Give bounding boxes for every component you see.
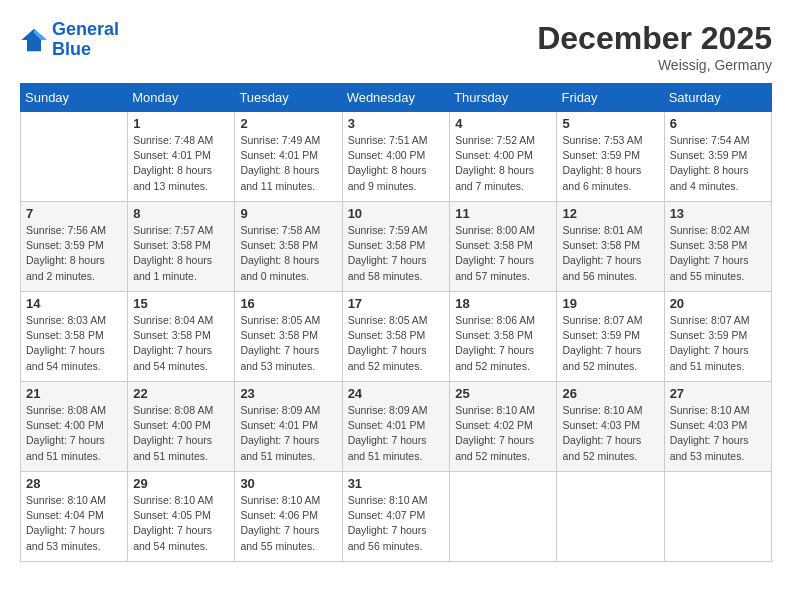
day-number: 6 <box>670 116 766 131</box>
calendar-cell: 29Sunrise: 8:10 AMSunset: 4:05 PMDayligh… <box>128 472 235 562</box>
day-number: 11 <box>455 206 551 221</box>
day-info: Sunrise: 8:09 AMSunset: 4:01 PMDaylight:… <box>348 403 445 464</box>
day-info: Sunrise: 8:06 AMSunset: 3:58 PMDaylight:… <box>455 313 551 374</box>
header-tuesday: Tuesday <box>235 84 342 112</box>
header-monday: Monday <box>128 84 235 112</box>
day-number: 25 <box>455 386 551 401</box>
day-number: 23 <box>240 386 336 401</box>
calendar-cell: 18Sunrise: 8:06 AMSunset: 3:58 PMDayligh… <box>450 292 557 382</box>
calendar-week-4: 28Sunrise: 8:10 AMSunset: 4:04 PMDayligh… <box>21 472 772 562</box>
day-info: Sunrise: 8:09 AMSunset: 4:01 PMDaylight:… <box>240 403 336 464</box>
day-info: Sunrise: 8:08 AMSunset: 4:00 PMDaylight:… <box>133 403 229 464</box>
calendar-week-1: 7Sunrise: 7:56 AMSunset: 3:59 PMDaylight… <box>21 202 772 292</box>
calendar-week-2: 14Sunrise: 8:03 AMSunset: 3:58 PMDayligh… <box>21 292 772 382</box>
day-number: 29 <box>133 476 229 491</box>
calendar-cell: 7Sunrise: 7:56 AMSunset: 3:59 PMDaylight… <box>21 202 128 292</box>
calendar-cell: 14Sunrise: 8:03 AMSunset: 3:58 PMDayligh… <box>21 292 128 382</box>
day-number: 9 <box>240 206 336 221</box>
day-info: Sunrise: 8:08 AMSunset: 4:00 PMDaylight:… <box>26 403 122 464</box>
calendar-cell <box>450 472 557 562</box>
day-number: 21 <box>26 386 122 401</box>
header-wednesday: Wednesday <box>342 84 450 112</box>
calendar-cell: 20Sunrise: 8:07 AMSunset: 3:59 PMDayligh… <box>664 292 771 382</box>
calendar-cell <box>664 472 771 562</box>
day-number: 12 <box>562 206 658 221</box>
calendar-cell: 17Sunrise: 8:05 AMSunset: 3:58 PMDayligh… <box>342 292 450 382</box>
calendar-cell: 10Sunrise: 7:59 AMSunset: 3:58 PMDayligh… <box>342 202 450 292</box>
day-number: 5 <box>562 116 658 131</box>
day-info: Sunrise: 7:52 AMSunset: 4:00 PMDaylight:… <box>455 133 551 194</box>
day-number: 2 <box>240 116 336 131</box>
day-number: 14 <box>26 296 122 311</box>
day-number: 13 <box>670 206 766 221</box>
day-info: Sunrise: 7:51 AMSunset: 4:00 PMDaylight:… <box>348 133 445 194</box>
day-number: 4 <box>455 116 551 131</box>
logo-line2: Blue <box>52 39 91 59</box>
location-subtitle: Weissig, Germany <box>537 57 772 73</box>
day-info: Sunrise: 7:56 AMSunset: 3:59 PMDaylight:… <box>26 223 122 284</box>
day-info: Sunrise: 8:07 AMSunset: 3:59 PMDaylight:… <box>670 313 766 374</box>
calendar-table: SundayMondayTuesdayWednesdayThursdayFrid… <box>20 83 772 562</box>
day-number: 28 <box>26 476 122 491</box>
calendar-cell: 3Sunrise: 7:51 AMSunset: 4:00 PMDaylight… <box>342 112 450 202</box>
header-thursday: Thursday <box>450 84 557 112</box>
calendar-week-0: 1Sunrise: 7:48 AMSunset: 4:01 PMDaylight… <box>21 112 772 202</box>
day-number: 27 <box>670 386 766 401</box>
calendar-cell: 24Sunrise: 8:09 AMSunset: 4:01 PMDayligh… <box>342 382 450 472</box>
calendar-cell: 28Sunrise: 8:10 AMSunset: 4:04 PMDayligh… <box>21 472 128 562</box>
calendar-cell: 30Sunrise: 8:10 AMSunset: 4:06 PMDayligh… <box>235 472 342 562</box>
day-info: Sunrise: 8:05 AMSunset: 3:58 PMDaylight:… <box>348 313 445 374</box>
calendar-cell: 12Sunrise: 8:01 AMSunset: 3:58 PMDayligh… <box>557 202 664 292</box>
calendar-cell: 5Sunrise: 7:53 AMSunset: 3:59 PMDaylight… <box>557 112 664 202</box>
calendar-cell <box>557 472 664 562</box>
day-number: 15 <box>133 296 229 311</box>
logo-line1: General <box>52 19 119 39</box>
calendar-cell: 25Sunrise: 8:10 AMSunset: 4:02 PMDayligh… <box>450 382 557 472</box>
day-info: Sunrise: 7:49 AMSunset: 4:01 PMDaylight:… <box>240 133 336 194</box>
day-number: 3 <box>348 116 445 131</box>
page-header: General Blue December 2025 Weissig, Germ… <box>20 20 772 73</box>
header-friday: Friday <box>557 84 664 112</box>
day-info: Sunrise: 8:05 AMSunset: 3:58 PMDaylight:… <box>240 313 336 374</box>
day-number: 30 <box>240 476 336 491</box>
calendar-header-row: SundayMondayTuesdayWednesdayThursdayFrid… <box>21 84 772 112</box>
day-number: 26 <box>562 386 658 401</box>
calendar-cell: 15Sunrise: 8:04 AMSunset: 3:58 PMDayligh… <box>128 292 235 382</box>
calendar-cell: 16Sunrise: 8:05 AMSunset: 3:58 PMDayligh… <box>235 292 342 382</box>
calendar-cell: 22Sunrise: 8:08 AMSunset: 4:00 PMDayligh… <box>128 382 235 472</box>
calendar-cell: 9Sunrise: 7:58 AMSunset: 3:58 PMDaylight… <box>235 202 342 292</box>
day-number: 17 <box>348 296 445 311</box>
header-sunday: Sunday <box>21 84 128 112</box>
day-info: Sunrise: 7:54 AMSunset: 3:59 PMDaylight:… <box>670 133 766 194</box>
calendar-week-3: 21Sunrise: 8:08 AMSunset: 4:00 PMDayligh… <box>21 382 772 472</box>
calendar-cell: 11Sunrise: 8:00 AMSunset: 3:58 PMDayligh… <box>450 202 557 292</box>
day-number: 31 <box>348 476 445 491</box>
calendar-cell: 13Sunrise: 8:02 AMSunset: 3:58 PMDayligh… <box>664 202 771 292</box>
day-number: 8 <box>133 206 229 221</box>
day-number: 16 <box>240 296 336 311</box>
day-info: Sunrise: 8:10 AMSunset: 4:06 PMDaylight:… <box>240 493 336 554</box>
day-info: Sunrise: 8:10 AMSunset: 4:07 PMDaylight:… <box>348 493 445 554</box>
day-number: 22 <box>133 386 229 401</box>
day-info: Sunrise: 8:10 AMSunset: 4:04 PMDaylight:… <box>26 493 122 554</box>
day-info: Sunrise: 8:10 AMSunset: 4:03 PMDaylight:… <box>670 403 766 464</box>
day-info: Sunrise: 8:10 AMSunset: 4:03 PMDaylight:… <box>562 403 658 464</box>
day-info: Sunrise: 8:00 AMSunset: 3:58 PMDaylight:… <box>455 223 551 284</box>
day-info: Sunrise: 8:10 AMSunset: 4:02 PMDaylight:… <box>455 403 551 464</box>
calendar-cell: 1Sunrise: 7:48 AMSunset: 4:01 PMDaylight… <box>128 112 235 202</box>
month-title: December 2025 <box>537 20 772 57</box>
day-number: 20 <box>670 296 766 311</box>
calendar-cell: 27Sunrise: 8:10 AMSunset: 4:03 PMDayligh… <box>664 382 771 472</box>
calendar-cell: 26Sunrise: 8:10 AMSunset: 4:03 PMDayligh… <box>557 382 664 472</box>
calendar-cell: 2Sunrise: 7:49 AMSunset: 4:01 PMDaylight… <box>235 112 342 202</box>
day-info: Sunrise: 7:48 AMSunset: 4:01 PMDaylight:… <box>133 133 229 194</box>
day-info: Sunrise: 8:02 AMSunset: 3:58 PMDaylight:… <box>670 223 766 284</box>
logo-icon <box>20 26 48 54</box>
day-number: 19 <box>562 296 658 311</box>
day-info: Sunrise: 7:59 AMSunset: 3:58 PMDaylight:… <box>348 223 445 284</box>
day-number: 24 <box>348 386 445 401</box>
calendar-cell: 8Sunrise: 7:57 AMSunset: 3:58 PMDaylight… <box>128 202 235 292</box>
calendar-cell: 23Sunrise: 8:09 AMSunset: 4:01 PMDayligh… <box>235 382 342 472</box>
day-info: Sunrise: 7:57 AMSunset: 3:58 PMDaylight:… <box>133 223 229 284</box>
calendar-cell: 6Sunrise: 7:54 AMSunset: 3:59 PMDaylight… <box>664 112 771 202</box>
